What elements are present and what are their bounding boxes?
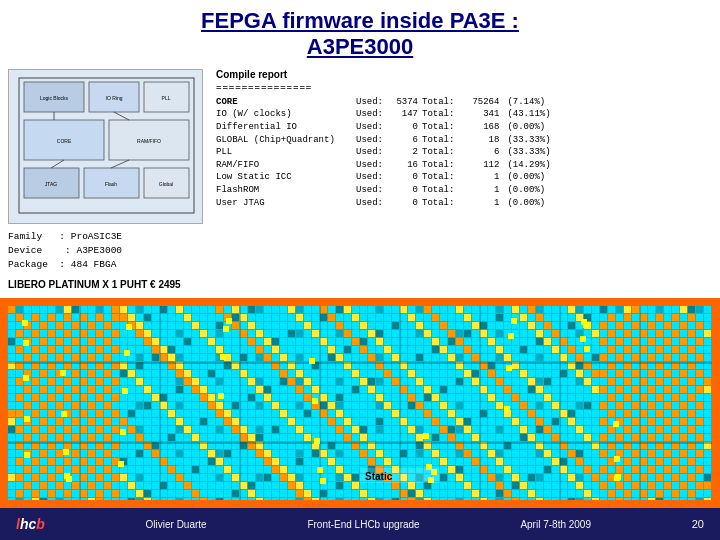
footer: lhcb Olivier Duarte Front-End LHCb upgra… — [0, 508, 720, 540]
compile-report-table: CORE Used: 5374 Total: 75264 (7.14%) IO … — [216, 96, 555, 209]
row-used-val: 147 — [387, 108, 422, 121]
row-used-val: 0 — [387, 197, 422, 210]
compile-report-title: Compile report — [216, 69, 712, 80]
table-row: User JTAG Used: 0 Total: 1 (0.00%) — [216, 197, 555, 210]
row-used-label: Used: — [356, 171, 387, 184]
footer-author: Olivier Duarte — [146, 519, 207, 530]
row-total-val: 168 — [458, 121, 503, 134]
row-label: User JTAG — [216, 197, 356, 210]
svg-text:PLL: PLL — [162, 95, 171, 101]
libero-info: LIBERO PLATINUM X 1 PUHT € 2495 — [8, 279, 208, 290]
diagram-area: Logic Blocks IO Ring PLL CORE RAM/FIFO J… — [8, 69, 208, 290]
row-used-label: Used: — [356, 121, 387, 134]
row-total-val: 1 — [458, 171, 503, 184]
row-total-val: 6 — [458, 146, 503, 159]
row-used-label: Used: — [356, 134, 387, 147]
table-row: PLL Used: 2 Total: 6 (33.33%) — [216, 146, 555, 159]
family-row: Family : ProASIC3E — [8, 230, 208, 244]
row-total-label: Total: — [422, 121, 458, 134]
row-used-label: Used: — [356, 96, 387, 109]
row-total-val: 1 — [458, 184, 503, 197]
page-title: FEPGA firmware inside PA3E : A3PE3000 — [4, 8, 716, 61]
row-total-val: 341 — [458, 108, 503, 121]
row-total-val: 18 — [458, 134, 503, 147]
row-percent: (0.00%) — [503, 171, 554, 184]
row-used-label: Used: — [356, 159, 387, 172]
row-label: Differential IO — [216, 121, 356, 134]
header: FEPGA firmware inside PA3E : A3PE3000 — [0, 0, 720, 65]
block-diagram: Logic Blocks IO Ring PLL CORE RAM/FIFO J… — [8, 69, 203, 224]
row-used-val: 5374 — [387, 96, 422, 109]
row-total-label: Total: — [422, 159, 458, 172]
svg-text:Logic Blocks: Logic Blocks — [40, 95, 69, 101]
row-label: FlashROM — [216, 184, 356, 197]
row-percent: (33.33%) — [503, 146, 554, 159]
svg-text:Flash: Flash — [105, 181, 117, 187]
table-row: CORE Used: 5374 Total: 75264 (7.14%) — [216, 96, 555, 109]
compile-report: Compile report =============== CORE Used… — [216, 69, 712, 290]
row-used-label: Used: — [356, 146, 387, 159]
row-total-label: Total: — [422, 96, 458, 109]
table-row: IO (W/ clocks) Used: 147 Total: 341 (43.… — [216, 108, 555, 121]
svg-text:CORE: CORE — [57, 138, 72, 144]
table-row: FlashROM Used: 0 Total: 1 (0.00%) — [216, 184, 555, 197]
row-percent: (0.00%) — [503, 121, 554, 134]
row-used-val: 6 — [387, 134, 422, 147]
row-total-label: Total: — [422, 134, 458, 147]
row-used-label: Used: — [356, 184, 387, 197]
compile-report-divider: =============== — [216, 82, 712, 92]
row-percent: (43.11%) — [503, 108, 554, 121]
row-label: IO (W/ clocks) — [216, 108, 356, 121]
device-row: Device : A3PE3000 — [8, 244, 208, 258]
row-percent: (0.00%) — [503, 184, 554, 197]
svg-text:IO Ring: IO Ring — [106, 95, 123, 101]
family-info: Family : ProASIC3E Device : A3PE3000 Pac… — [8, 230, 208, 273]
row-total-val: 112 — [458, 159, 503, 172]
row-percent: (14.29%) — [503, 159, 554, 172]
row-label: PLL — [216, 146, 356, 159]
row-used-val: 2 — [387, 146, 422, 159]
svg-text:RAM/FIFO: RAM/FIFO — [137, 138, 161, 144]
row-percent: (33.33%) — [503, 134, 554, 147]
row-total-label: Total: — [422, 146, 458, 159]
row-percent: (0.00%) — [503, 197, 554, 210]
row-total-label: Total: — [422, 171, 458, 184]
svg-text:JTAG: JTAG — [45, 181, 58, 187]
row-total-label: Total: — [422, 108, 458, 121]
row-used-label: Used: — [356, 197, 387, 210]
footer-date: April 7-8th 2009 — [520, 519, 591, 530]
row-label: RAM/FIFO — [216, 159, 356, 172]
row-total-val: 75264 — [458, 96, 503, 109]
main-content: Logic Blocks IO Ring PLL CORE RAM/FIFO J… — [0, 65, 720, 294]
package-row: Package : 484 FBGA — [8, 258, 208, 272]
svg-text:Global: Global — [159, 181, 173, 187]
row-percent: (7.14%) — [503, 96, 554, 109]
table-row: RAM/FIFO Used: 16 Total: 112 (14.29%) — [216, 159, 555, 172]
row-total-val: 1 — [458, 197, 503, 210]
table-row: GLOBAL (Chip+Quadrant) Used: 6 Total: 18… — [216, 134, 555, 147]
row-used-label: Used: — [356, 108, 387, 121]
fpga-grid-visualization — [0, 298, 720, 508]
footer-topic: Front-End LHCb upgrade — [307, 519, 419, 530]
row-used-val: 16 — [387, 159, 422, 172]
row-label: GLOBAL (Chip+Quadrant) — [216, 134, 356, 147]
row-used-val: 0 — [387, 121, 422, 134]
row-label: CORE — [216, 96, 356, 109]
table-row: Differential IO Used: 0 Total: 168 (0.00… — [216, 121, 555, 134]
row-used-val: 0 — [387, 184, 422, 197]
row-total-label: Total: — [422, 197, 458, 210]
row-used-val: 0 — [387, 171, 422, 184]
page-number: 20 — [692, 518, 704, 530]
row-total-label: Total: — [422, 184, 458, 197]
table-row: Low Static ICC Used: 0 Total: 1 (0.00%) — [216, 171, 555, 184]
footer-logo: lhcb — [16, 516, 45, 532]
row-label: Low Static ICC — [216, 171, 356, 184]
